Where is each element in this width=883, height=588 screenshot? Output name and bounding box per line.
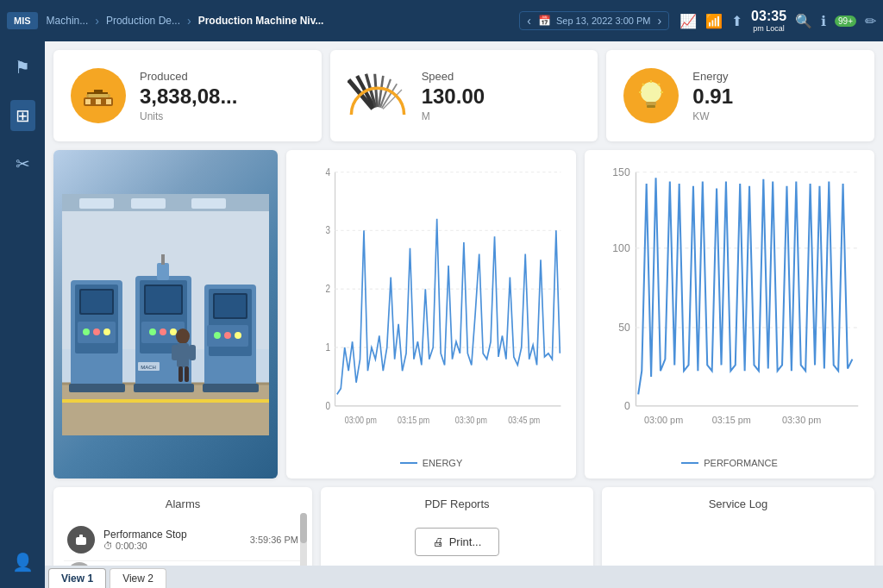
breadcrumb-sep-2: › (187, 14, 191, 28)
svg-point-40 (83, 328, 90, 335)
svg-rect-99 (76, 537, 86, 545)
performance-chart-title: PERFORMANCE (595, 458, 864, 468)
svg-rect-66 (172, 345, 178, 360)
energy-chart-legend (400, 462, 417, 464)
header: MIS Machin... › Production De... › Produ… (0, 0, 883, 41)
produced-value: 3,838,08... (140, 84, 237, 109)
performance-chart-legend (681, 462, 698, 464)
energy-value: 0.91 (692, 84, 733, 109)
nav-next-button[interactable]: › (655, 14, 663, 28)
heartbeat-icon[interactable]: 📈 (679, 13, 697, 29)
print-button[interactable]: 🖨 Print... (415, 528, 500, 556)
svg-rect-65 (177, 343, 189, 367)
produced-icon-circle (71, 68, 126, 123)
alarm-text-1: Performance Stop (103, 529, 241, 541)
svg-rect-52 (134, 384, 194, 392)
kpi-speed-card: Speed 130.00 M (330, 50, 598, 141)
svg-point-61 (224, 332, 231, 339)
svg-text:03:30 pm: 03:30 pm (782, 415, 821, 425)
svg-rect-43 (69, 384, 125, 392)
speed-label: Speed (422, 70, 485, 83)
svg-point-49 (149, 328, 156, 335)
svg-text:4: 4 (325, 166, 330, 178)
kpi-energy-card: Energy 0.91 KW (606, 50, 874, 141)
svg-text:MACH: MACH (141, 365, 156, 370)
svg-rect-5 (96, 99, 101, 104)
alarm-item-1: Performance Stop ⏱ 0:00:30 3:59:36 PM (64, 519, 302, 561)
machine-image-card: MACH (53, 150, 278, 479)
breadcrumb-production-de[interactable]: Production De... (106, 15, 180, 27)
svg-text:03:45 pm: 03:45 pm (508, 415, 540, 425)
kpi-row: Produced 3,838,08... Units (53, 50, 874, 141)
svg-rect-69 (185, 366, 189, 382)
energy-icon-circle (623, 68, 679, 123)
alarms-title: Alarms (64, 497, 302, 510)
svg-point-51 (170, 328, 177, 335)
upload-icon[interactable]: ⬆ (731, 13, 742, 29)
date-display: Sep 13, 2022 3:00 PM (556, 16, 650, 26)
svg-line-23 (642, 84, 644, 85)
middle-row: MACH 4 3 2 (53, 150, 874, 479)
header-icons: 📈 📶 ⬆ 03:35 pm Local 🔍 ℹ 99+ ✏ (679, 9, 876, 33)
performance-chart-card: 150 100 50 0 03:00 pm 03:15 pm 03:30 pm … (585, 150, 874, 479)
factory-icon (82, 84, 115, 108)
machine-illustration: MACH (62, 194, 269, 435)
alarm-duration-1: ⏱ 0:00:30 (103, 541, 241, 551)
energy-chart-title: ENERGY (297, 458, 566, 468)
svg-text:2: 2 (325, 283, 330, 294)
svg-point-62 (235, 332, 241, 339)
info-icon[interactable]: ℹ (821, 13, 826, 29)
print-icon: 🖨 (433, 535, 444, 548)
breadcrumb-machines[interactable]: Machin... (47, 15, 89, 27)
date-nav: ‹ 📅 Sep 13, 2022 3:00 PM › (519, 11, 669, 30)
main-layout: ⚑ ⊞ ✂ 👤 (0, 41, 883, 588)
svg-rect-53 (157, 263, 169, 280)
svg-text:03:15 pm: 03:15 pm (398, 415, 429, 425)
svg-rect-9 (89, 94, 108, 97)
tab-view2[interactable]: View 2 (110, 568, 166, 588)
svg-point-50 (160, 328, 166, 335)
svg-point-42 (103, 328, 110, 335)
signal-icon[interactable]: 📶 (705, 13, 723, 29)
svg-rect-67 (189, 345, 196, 360)
svg-rect-54 (161, 254, 165, 265)
svg-point-60 (214, 332, 221, 339)
bulb-icon (634, 78, 668, 113)
edit-icon[interactable]: ✏ (865, 13, 876, 29)
breadcrumb-production-niv[interactable]: Production Machine Niv... (198, 15, 324, 27)
breadcrumb-sep-1: › (95, 14, 99, 28)
alarm-icon-1 (67, 526, 95, 554)
machine-image: MACH (53, 150, 278, 479)
svg-rect-38 (81, 291, 112, 313)
sidebar-item-grid[interactable]: ⊞ (10, 100, 35, 131)
svg-rect-29 (79, 198, 114, 209)
svg-text:03:15 pm: 03:15 pm (712, 415, 751, 425)
performance-chart-svg: 150 100 50 0 03:00 pm 03:15 pm 03:30 pm (595, 160, 864, 453)
svg-rect-100 (79, 535, 83, 538)
speed-gauge (348, 66, 408, 126)
svg-text:150: 150 (612, 166, 630, 178)
content-area: Produced 3,838,08... Units (45, 41, 883, 588)
svg-rect-63 (203, 384, 259, 392)
svg-text:03:00 pm: 03:00 pm (345, 415, 377, 425)
svg-text:1: 1 (325, 341, 330, 353)
logo[interactable]: MIS (7, 12, 38, 29)
notification-badge[interactable]: 99+ (835, 16, 856, 27)
search-icon[interactable]: 🔍 (795, 13, 812, 29)
svg-point-41 (93, 328, 100, 335)
svg-rect-20 (647, 105, 655, 108)
pdf-reports-title: PDF Reports (424, 497, 489, 510)
svg-text:03:00 pm: 03:00 pm (644, 415, 683, 425)
print-label: Print... (449, 535, 482, 548)
nav-prev-button[interactable]: ‹ (525, 14, 533, 28)
tab-view1[interactable]: View 1 (48, 568, 106, 588)
svg-point-64 (176, 328, 190, 344)
sidebar-item-flag[interactable]: ⚑ (9, 52, 35, 83)
svg-text:50: 50 (618, 322, 630, 334)
sidebar-item-tools[interactable]: ✂ (10, 148, 35, 179)
svg-text:0: 0 (624, 400, 630, 412)
service-log-title: Service Log (612, 497, 864, 510)
calendar-icon: 📅 (538, 15, 551, 27)
sidebar: ⚑ ⊞ ✂ 👤 (0, 41, 45, 588)
sidebar-item-user[interactable]: 👤 (7, 547, 39, 578)
